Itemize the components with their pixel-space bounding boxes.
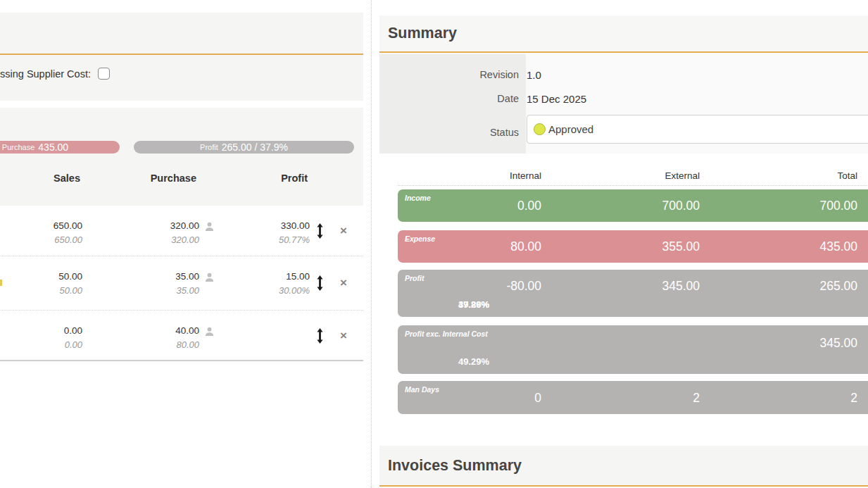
table-row: 0.00 0.00 40.00 80.00 × bbox=[0, 310, 363, 361]
status-dot-icon bbox=[534, 123, 546, 135]
sales-cell: 650.00 650.00 bbox=[0, 219, 82, 247]
sales-value: 650.00 bbox=[0, 219, 82, 233]
sales-cell: 0.00 0.00 bbox=[0, 324, 82, 352]
expense-label: Expense bbox=[405, 234, 435, 243]
quote-lines-rows: 650.00 650.00 320.00 320.00 330.00 50.77… bbox=[0, 206, 363, 361]
profit-value: 15.00 bbox=[225, 270, 310, 284]
column-header-sales: Sales bbox=[10, 173, 80, 184]
purchase-cell: 40.00 80.00 bbox=[115, 324, 199, 352]
expense-row: Expense 80.00 355.00 435.00 bbox=[398, 230, 868, 263]
profit-internal: -80.00 bbox=[450, 279, 541, 294]
missing-supplier-cost-label: ssing Supplier Cost: bbox=[0, 68, 91, 80]
income-external: 700.00 bbox=[608, 199, 700, 213]
summary-header: Summary bbox=[379, 15, 868, 53]
profit-exc-internal-cost-row: Profit exc. Internal Cost 345.00 49.29% bbox=[398, 325, 868, 374]
left-edge-warning-icon bbox=[0, 280, 2, 286]
purchase-alt-value: 80.00 bbox=[115, 338, 199, 352]
date-value: 15 Dec 2025 bbox=[527, 93, 586, 105]
supplier-cost-panel: ssing Supplier Cost: bbox=[0, 13, 363, 101]
profit-cell: 15.00 30.00% bbox=[225, 270, 310, 298]
profit-row: Profit -80.00 345.00 265.00 49.29% 37.86… bbox=[398, 270, 868, 317]
column-header-profit: Profit bbox=[237, 173, 308, 184]
profit-exc-total: 345.00 bbox=[766, 336, 857, 351]
expense-total: 435.00 bbox=[766, 239, 857, 254]
invoices-summary-title: Invoices Summary bbox=[388, 457, 522, 475]
profit-progress-label: Profit bbox=[200, 143, 218, 151]
income-row: Income 0.00 700.00 700.00 bbox=[398, 189, 868, 222]
vertical-dotted-divider bbox=[371, 0, 372, 488]
profit-pct-value: 30.00% bbox=[225, 284, 310, 298]
profit-total-pct: 37.86% bbox=[398, 299, 489, 310]
x-icon[interactable]: × bbox=[340, 330, 347, 342]
sales-alt-value: 650.00 bbox=[0, 233, 82, 247]
purchase-progress-label: Purchase bbox=[2, 143, 34, 151]
man-days-label: Man Days bbox=[405, 385, 439, 394]
purchase-value: 320.00 bbox=[115, 219, 199, 233]
profit-exc-label: Profit exc. Internal Cost bbox=[405, 330, 488, 338]
profit-exc-total-pct: 49.29% bbox=[398, 356, 489, 367]
income-total: 700.00 bbox=[766, 199, 857, 213]
purchase-alt-value: 35.00 bbox=[115, 284, 199, 298]
updown-arrow-icon[interactable] bbox=[317, 223, 323, 239]
user-icon[interactable] bbox=[205, 327, 214, 337]
profit-value: 330.00 bbox=[225, 219, 310, 233]
status-select[interactable]: Approved bbox=[527, 115, 868, 144]
summary-header-divider bbox=[398, 185, 868, 186]
revision-value: 1.0 bbox=[527, 69, 541, 81]
profit-pct-value: 50.77% bbox=[225, 233, 310, 247]
revision-label: Revision bbox=[379, 69, 519, 80]
summary-fields: Revision 1.0 Date 15 Dec 2025 Status App… bbox=[379, 54, 868, 154]
man-days-internal: 0 bbox=[450, 390, 541, 405]
purchase-cell: 35.00 35.00 bbox=[115, 270, 199, 298]
purchase-value: 35.00 bbox=[115, 270, 199, 284]
column-header-purchase: Purchase bbox=[126, 173, 196, 184]
summary-col-internal: Internal bbox=[450, 170, 541, 181]
sales-value: 0.00 bbox=[0, 324, 82, 338]
sales-alt-value: 50.00 bbox=[0, 284, 82, 298]
missing-supplier-cost-checkbox[interactable] bbox=[98, 68, 110, 80]
profit-total: 265.00 bbox=[766, 279, 857, 294]
summary-panel: Summary Revision 1.0 Date 15 Dec 2025 St… bbox=[379, 15, 868, 154]
man-days-external: 2 bbox=[608, 390, 700, 405]
quote-lines-header: Purchase 435.00 Profit 265.00 / 37.9% Sa… bbox=[0, 108, 363, 206]
purchase-cell: 320.00 320.00 bbox=[115, 219, 199, 247]
missing-supplier-cost-row: ssing Supplier Cost: bbox=[0, 68, 110, 80]
summary-col-external: External bbox=[608, 170, 700, 181]
table-row: 650.00 650.00 320.00 320.00 330.00 50.77… bbox=[0, 206, 363, 256]
sales-cell: 50.00 50.00 bbox=[0, 270, 82, 298]
profit-cell: 330.00 50.77% bbox=[225, 219, 310, 247]
status-label: Status bbox=[379, 127, 519, 138]
profit-progress-bar: Profit 265.00 / 37.9% bbox=[134, 141, 354, 154]
profit-external: 345.00 bbox=[608, 279, 700, 294]
summary-col-total: Total bbox=[766, 170, 857, 181]
expense-internal: 80.00 bbox=[450, 239, 541, 254]
panel-accent-divider bbox=[0, 54, 363, 55]
expense-external: 355.00 bbox=[608, 239, 700, 254]
user-icon[interactable] bbox=[205, 222, 214, 232]
sales-value: 50.00 bbox=[0, 270, 82, 284]
x-icon[interactable]: × bbox=[340, 277, 347, 289]
updown-arrow-icon[interactable] bbox=[317, 275, 323, 291]
purchase-value: 40.00 bbox=[115, 324, 199, 338]
status-value: Approved bbox=[548, 123, 593, 135]
profit-label: Profit bbox=[405, 274, 424, 282]
purchase-progress-value: 435.00 bbox=[38, 142, 68, 153]
purchase-progress-bar: Purchase 435.00 bbox=[0, 141, 120, 154]
income-label: Income bbox=[405, 194, 431, 202]
income-internal: 0.00 bbox=[450, 199, 541, 213]
purchase-alt-value: 320.00 bbox=[115, 233, 199, 247]
sales-alt-value: 0.00 bbox=[0, 338, 82, 352]
quote-lines-panel: Purchase 435.00 Profit 265.00 / 37.9% Sa… bbox=[0, 108, 363, 361]
profit-progress-value: 265.00 / 37.9% bbox=[222, 142, 288, 153]
user-icon[interactable] bbox=[205, 273, 214, 282]
x-icon[interactable]: × bbox=[340, 224, 347, 236]
updown-arrow-icon[interactable] bbox=[317, 328, 323, 344]
invoices-summary-panel: Invoices Summary bbox=[379, 446, 868, 487]
man-days-total: 2 bbox=[766, 390, 857, 405]
date-label: Date bbox=[379, 93, 519, 104]
summary-title: Summary bbox=[388, 25, 457, 42]
table-row: 50.00 50.00 35.00 35.00 15.00 30.00% × bbox=[0, 256, 363, 310]
man-days-row: Man Days 0 2 2 bbox=[398, 381, 868, 414]
